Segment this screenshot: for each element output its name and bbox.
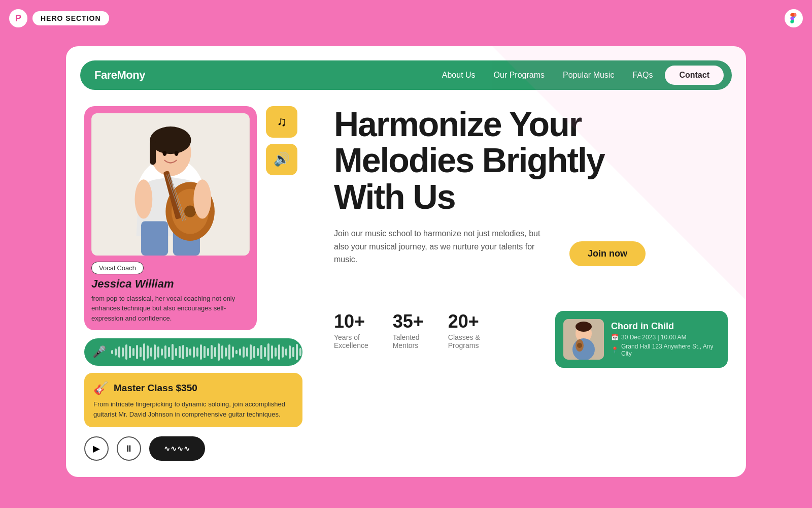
stat-years: 10+ Years ofExcellence	[334, 311, 368, 350]
music-icons-group: ♫ 🔊	[266, 106, 297, 175]
nav-item-about[interactable]: About Us	[442, 71, 476, 80]
event-card: Chord in Child 📅 30 Dec 2023 | 10.00 AM …	[555, 311, 728, 368]
top-bar-logo-icon: P	[9, 9, 27, 27]
event-date: 📅 30 Dec 2023 | 10.00 AM	[611, 334, 720, 341]
nav-links: About Us Our Programs Popular Music FAQs	[442, 71, 653, 80]
play-button[interactable]: ▶	[84, 436, 109, 461]
calendar-icon: 📅	[611, 334, 619, 341]
svg-point-12	[184, 205, 196, 217]
event-image	[563, 319, 604, 360]
location-icon: 📍	[611, 346, 619, 354]
voice-wave-bar: 🎤 // Generate wave bars document.addEven…	[84, 338, 302, 366]
master-class-title: Master Class $350	[114, 383, 197, 394]
svg-point-17	[135, 179, 153, 218]
coach-description: from pop to classical, her vocal coachin…	[91, 294, 250, 324]
coach-name: Jessica William	[91, 277, 250, 291]
svg-point-6	[163, 151, 167, 156]
stat-mentors-number: 35+	[393, 311, 424, 332]
hero-description: Join our music school to harmonize not j…	[334, 227, 557, 266]
stat-mentors-label: TalentedMentors	[393, 333, 424, 350]
navbar: FareMony About Us Our Programs Popular M…	[80, 60, 732, 90]
svg-point-18	[193, 179, 211, 218]
top-bar: P HERO SECTION	[9, 9, 109, 27]
svg-point-4	[150, 126, 191, 154]
microphone-icon: 🎤	[92, 345, 106, 359]
event-location: 📍 Grand Hall 123 Anywhere St., Any City	[611, 343, 720, 357]
stat-years-label: Years ofExcellence	[334, 333, 368, 350]
stat-mentors: 35+ TalentedMentors	[393, 311, 424, 350]
profile-card: Vocal Coach Jessica William from pop to …	[84, 106, 257, 331]
svg-point-21	[576, 322, 592, 332]
nav-item-music[interactable]: Popular Music	[563, 71, 614, 80]
audio-controls: ▶ ⏸ ∿∿∿∿	[84, 436, 308, 461]
master-class-card: 🎸 Master Class $350 From intricate finge…	[84, 373, 302, 427]
audio-waveform: // Generate wave bars document.addEventL…	[111, 343, 358, 361]
nav-item-faqs[interactable]: FAQs	[632, 71, 653, 80]
event-info: Chord in Child 📅 30 Dec 2023 | 10.00 AM …	[611, 321, 720, 357]
master-class-header: 🎸 Master Class $350	[93, 381, 293, 395]
vocal-coach-badge: Vocal Coach	[91, 262, 144, 274]
main-card: FareMony About Us Our Programs Popular M…	[66, 46, 746, 478]
music-note-icon: ♫	[277, 114, 287, 130]
guitar-icon: 🎸	[93, 381, 109, 395]
hero-title: Harmonize Your Melodies Brightly With Us	[334, 106, 728, 215]
speaker-icon: 🔊	[274, 151, 290, 167]
profile-image	[91, 113, 250, 256]
svg-rect-5	[150, 140, 156, 165]
speaker-icon-box[interactable]: 🔊	[266, 144, 297, 175]
stats-row: 10+ Years ofExcellence 35+ TalentedMento…	[334, 311, 728, 368]
stat-classes-number: 20+	[448, 311, 480, 332]
stat-years-number: 10+	[334, 311, 368, 332]
figma-icon	[785, 9, 803, 27]
top-bar-label: HERO SECTION	[32, 11, 109, 25]
contact-button[interactable]: Contact	[665, 66, 724, 85]
stat-classes: 20+ Classes &Programs	[448, 311, 480, 350]
pause-button[interactable]: ⏸	[117, 436, 141, 461]
svg-point-7	[175, 151, 179, 156]
svg-point-24	[577, 343, 582, 348]
music-note-icon-box[interactable]: ♫	[266, 106, 297, 138]
right-column: Harmonize Your Melodies Brightly With Us…	[324, 106, 728, 368]
hero-body: Vocal Coach Jessica William from pop to …	[66, 90, 746, 478]
svg-point-22	[572, 338, 595, 360]
nav-item-programs[interactable]: Our Programs	[494, 71, 545, 80]
master-class-description: From intricate fingerpicking to dynamic …	[93, 399, 293, 419]
event-title: Chord in Child	[611, 321, 720, 332]
profile-card-wrapper: Vocal Coach Jessica William from pop to …	[84, 106, 257, 331]
waveform-button[interactable]: ∿∿∿∿	[149, 436, 205, 461]
stat-classes-label: Classes &Programs	[448, 333, 480, 350]
nav-brand: FareMony	[94, 69, 145, 82]
svg-rect-8	[141, 221, 168, 256]
desc-join-row: Join our music school to harmonize not j…	[334, 227, 728, 280]
left-column: Vocal Coach Jessica William from pop to …	[84, 106, 308, 461]
join-now-button[interactable]: Join now	[569, 241, 646, 266]
